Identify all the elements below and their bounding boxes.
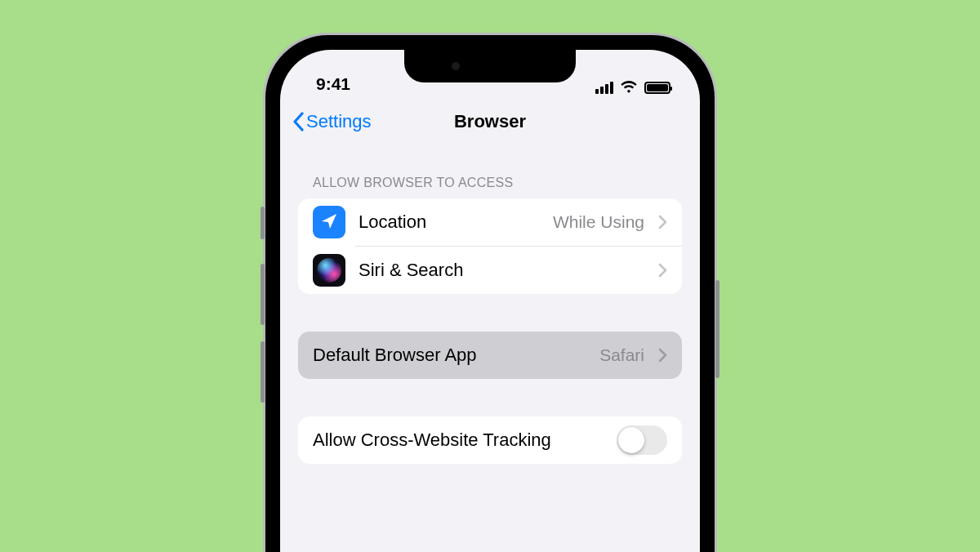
page-title: Browser <box>454 111 526 132</box>
wifi-icon <box>620 81 638 94</box>
access-group: Location While Using Siri & Search <box>298 198 682 294</box>
screen: 9:41 Settings Browser A <box>280 50 700 552</box>
volume-down-button[interactable] <box>261 341 265 403</box>
row-detail: While Using <box>553 212 644 232</box>
row-location[interactable]: Location While Using <box>298 198 682 246</box>
row-label: Siri & Search <box>359 260 463 281</box>
tracking-toggle[interactable] <box>617 425 667 455</box>
phone-frame: 9:41 Settings Browser A <box>263 33 717 552</box>
back-button[interactable]: Settings <box>292 111 372 132</box>
chevron-right-icon <box>657 215 667 229</box>
power-button[interactable] <box>715 280 719 378</box>
row-label: Location <box>359 211 426 233</box>
tracking-group: Allow Cross-Website Tracking <box>298 416 682 464</box>
battery-icon <box>644 82 670 94</box>
section-header-access: ALLOW BROWSER TO ACCESS <box>298 145 682 198</box>
silence-switch[interactable] <box>261 207 265 239</box>
toggle-knob <box>618 427 644 453</box>
nav-bar: Settings Browser <box>280 99 700 145</box>
content: ALLOW BROWSER TO ACCESS Location While U… <box>280 145 700 464</box>
status-time: 9:41 <box>316 74 350 94</box>
chevron-left-icon <box>292 112 305 131</box>
siri-icon <box>313 254 345 287</box>
chevron-right-icon <box>657 348 667 363</box>
default-browser-group: Default Browser App Safari <box>298 332 682 379</box>
notch <box>404 50 576 82</box>
row-detail: Safari <box>599 345 644 365</box>
cellular-signal-icon <box>595 82 613 94</box>
location-icon <box>313 206 345 238</box>
row-siri-search[interactable]: Siri & Search <box>298 247 682 294</box>
row-label: Allow Cross-Website Tracking <box>313 430 551 451</box>
chevron-right-icon <box>657 263 667 278</box>
row-default-browser[interactable]: Default Browser App Safari <box>298 332 682 379</box>
back-label: Settings <box>306 111 372 132</box>
row-cross-site-tracking[interactable]: Allow Cross-Website Tracking <box>298 416 682 464</box>
volume-up-button[interactable] <box>261 264 265 325</box>
row-label: Default Browser App <box>313 345 477 366</box>
